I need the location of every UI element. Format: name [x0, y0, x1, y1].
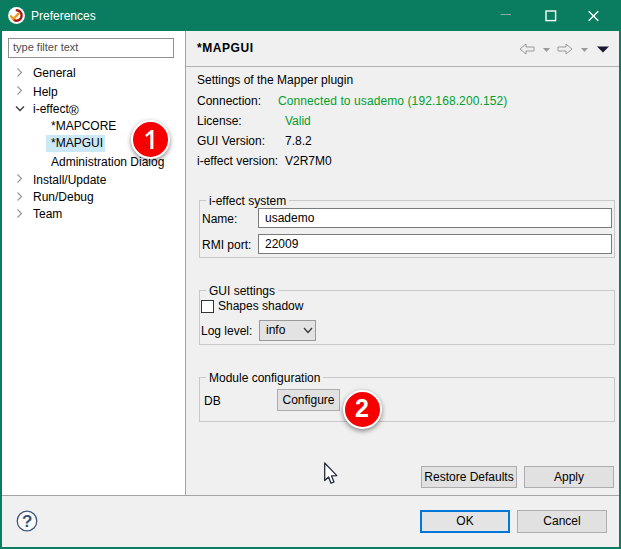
svg-text:?: ? [22, 512, 32, 531]
